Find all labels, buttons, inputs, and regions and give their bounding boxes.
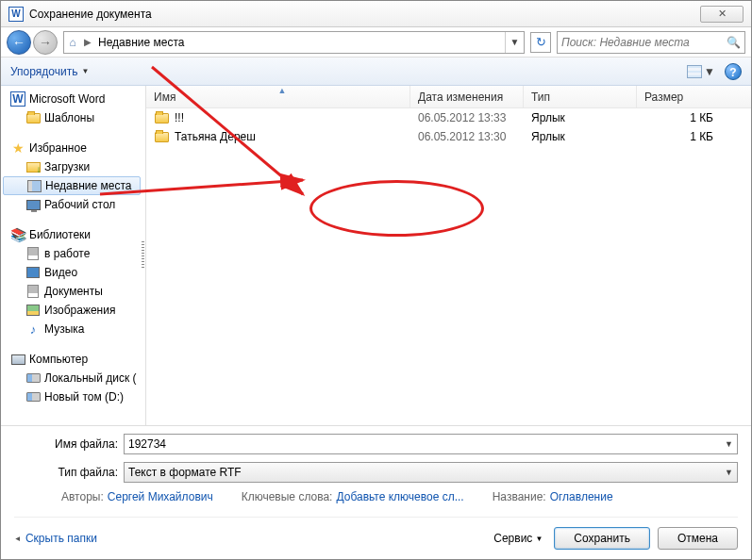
star-icon: ★ — [10, 140, 25, 156]
folder-shortcut-icon — [155, 132, 169, 142]
downloads-icon — [26, 162, 41, 173]
organize-label: Упорядочить — [10, 65, 77, 78]
keywords-label: Ключевые слова: — [242, 490, 333, 503]
tree-inwork[interactable]: в работе — [1, 244, 142, 263]
file-name: !!! — [175, 111, 184, 124]
chevron-down-icon: ▼ — [535, 535, 543, 543]
tree-video[interactable]: Видео — [1, 263, 142, 282]
column-name[interactable]: Имя▲ — [146, 86, 410, 107]
images-icon — [26, 305, 40, 316]
folder-icon — [26, 113, 41, 124]
tree-favorites[interactable]: ★Избранное — [1, 139, 142, 157]
tools-button[interactable]: Сервис▼ — [490, 530, 546, 547]
keywords-value[interactable]: Добавьте ключевое сл... — [336, 490, 463, 503]
toolbar: Упорядочить ▼ ▼ ? — [1, 58, 751, 86]
close-button[interactable]: ✕ — [700, 6, 744, 23]
save-dialog: W Сохранение документа ✕ ← → ⌂ ▶ Недавни… — [0, 0, 752, 560]
bottom-panel: Имя файла: 192734▼ Тип файла: Текст в фо… — [1, 425, 751, 559]
column-label: Тип — [531, 91, 550, 104]
tree-label: Недавние места — [45, 179, 131, 192]
column-type[interactable]: Тип — [524, 86, 637, 107]
breadcrumb-crumb[interactable]: Недавние места — [94, 36, 188, 49]
authors-value[interactable]: Сергей Михайлович — [108, 490, 213, 503]
tree-label: Microsoft Word — [29, 92, 105, 106]
search-input[interactable] — [561, 36, 727, 49]
chevron-up-icon: ▲ — [13, 535, 22, 542]
tree-desktop[interactable]: Рабочий стол — [1, 195, 142, 214]
tree-label: Изображения — [44, 304, 115, 317]
tree-downloads[interactable]: Загрузки — [1, 157, 142, 176]
tree-documents[interactable]: Документы — [1, 282, 142, 301]
column-label: Имя — [154, 91, 175, 104]
recent-places-icon — [27, 180, 42, 192]
column-date[interactable]: Дата изменения — [410, 86, 524, 107]
tree-newvol[interactable]: Новый том (D:) — [1, 387, 142, 406]
column-size[interactable]: Размер — [637, 86, 751, 107]
filetype-value: Текст в формате RTF — [128, 466, 242, 479]
tree-word[interactable]: WMicrosoft Word — [1, 90, 142, 108]
hide-folders-label: Скрыть папки — [25, 532, 97, 545]
video-icon — [26, 267, 40, 278]
tree-label: Компьютер — [29, 353, 88, 366]
titlebar: W Сохранение документа ✕ — [1, 1, 751, 27]
chevron-down-icon: ▼ — [704, 65, 715, 78]
tree-music[interactable]: ♪Музыка — [1, 320, 142, 338]
breadcrumb[interactable]: ⌂ ▶ Недавние места ▼ — [63, 31, 525, 54]
column-label: Дата изменения — [418, 91, 503, 104]
file-size: 1 КБ — [637, 130, 751, 143]
column-label: Размер — [644, 91, 683, 104]
view-mode-button[interactable]: ▼ — [687, 65, 715, 78]
help-button[interactable]: ? — [725, 63, 742, 80]
file-name: Татьяна Дереш — [175, 130, 256, 143]
file-date: 06.05.2012 13:30 — [410, 130, 524, 143]
desktop-icon — [26, 200, 41, 210]
tree-libraries[interactable]: 📚Библиотеки — [1, 225, 142, 244]
filetype-combo[interactable]: Текст в формате RTF▼ — [124, 462, 738, 483]
tree-label: Библиотеки — [29, 228, 91, 241]
refresh-button[interactable]: ↻ — [530, 32, 551, 53]
music-icon: ♪ — [25, 321, 41, 337]
libraries-icon: 📚 — [10, 227, 25, 242]
word-icon: W — [10, 91, 25, 107]
filetype-label: Тип файла: — [14, 466, 118, 479]
list-view-icon — [687, 65, 702, 78]
filename-label: Имя файла: — [14, 437, 118, 451]
file-row[interactable]: Татьяна Дереш 06.05.2012 13:30 Ярлык 1 К… — [146, 127, 751, 146]
tree-images[interactable]: Изображения — [1, 301, 142, 320]
file-list-body: !!! 06.05.2012 13:33 Ярлык 1 КБ Татьяна … — [146, 108, 751, 425]
save-label: Сохранить — [574, 532, 630, 545]
tree-label: в работе — [44, 247, 90, 260]
body: WMicrosoft Word Шаблоны ★Избранное Загру… — [1, 86, 751, 425]
document-icon — [27, 285, 39, 298]
disk-icon — [26, 392, 41, 402]
tree-computer[interactable]: Компьютер — [1, 350, 142, 369]
word-icon: W — [8, 7, 24, 22]
back-button[interactable]: ← — [7, 30, 31, 55]
hide-folders-button[interactable]: ▲Скрыть папки — [14, 532, 97, 545]
chevron-down-icon: ▼ — [81, 67, 89, 75]
breadcrumb-dropdown[interactable]: ▼ — [505, 32, 524, 53]
tree-label: Шаблоны — [44, 111, 94, 124]
chevron-down-icon: ▼ — [725, 439, 733, 449]
authors-label: Авторы: — [61, 490, 104, 503]
tree-recent-places[interactable]: Недавние места — [3, 176, 141, 195]
cancel-button[interactable]: Отмена — [658, 527, 738, 550]
filename-input[interactable]: 192734▼ — [124, 434, 738, 454]
splitter[interactable] — [142, 86, 146, 425]
document-icon — [27, 247, 39, 260]
title-meta-label: Название: — [493, 490, 546, 503]
nav-tree[interactable]: WMicrosoft Word Шаблоны ★Избранное Загру… — [1, 86, 142, 425]
tree-templates[interactable]: Шаблоны — [1, 108, 142, 127]
tree-label: Локальный диск ( — [44, 371, 137, 385]
search-box[interactable]: 🔍 — [557, 31, 745, 54]
dialog-title: Сохранение документа — [29, 8, 152, 21]
navbar: ← → ⌂ ▶ Недавние места ▼ ↻ 🔍 — [1, 27, 751, 58]
organize-button[interactable]: Упорядочить ▼ — [10, 65, 89, 78]
tree-localdisk[interactable]: Локальный диск ( — [1, 369, 142, 387]
file-row[interactable]: !!! 06.05.2012 13:33 Ярлык 1 КБ — [146, 108, 751, 127]
save-button[interactable]: Сохранить — [554, 527, 650, 550]
forward-button[interactable]: → — [33, 30, 58, 55]
title-meta-value[interactable]: Оглавление — [550, 490, 613, 503]
file-type: Ярлык — [524, 111, 637, 124]
file-list: Имя▲ Дата изменения Тип Размер !!! 06.05… — [146, 86, 751, 425]
